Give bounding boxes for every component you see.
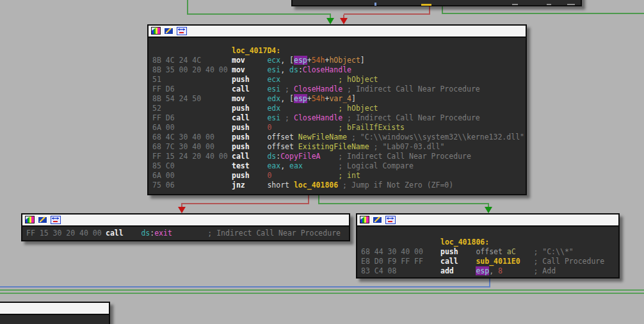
- basic-block-exit[interactable]: FF 15 30 20 40 00call ds:exit ; Indirect…: [21, 213, 350, 241]
- edge-in-red-segment: [344, 13, 430, 15]
- instruction-row[interactable]: E8 D0 F9 FF FFcall sub_4011E0 ; Call Pro…: [357, 257, 618, 266]
- node-titlebar: [149, 26, 526, 38]
- basic-block-bottom-partial[interactable]: [0, 302, 110, 324]
- node-titlebar: [22, 215, 349, 227]
- asm-text: jnz short loc_401806 ; Jump if Not Zero …: [232, 181, 453, 190]
- opcode-bytes: 8B 4C 24 4C: [149, 56, 232, 65]
- instruction-row[interactable]: FF D6call esi ; CloseHandle ; Indirect C…: [149, 85, 526, 94]
- opcode-bytes: 6A 00: [149, 171, 232, 181]
- instruction-row[interactable]: 6A 00push 0 ; int: [149, 171, 526, 181]
- graph-node-icon[interactable]: [177, 27, 187, 35]
- asm-text: call esi ; CloseHandle ; Indirect Call N…: [232, 85, 480, 94]
- opcode-bytes: FF D6: [149, 113, 232, 123]
- asm-text: mov edx, [esp+54h+var_4]: [232, 94, 356, 104]
- opcode-bytes: FF D6: [149, 85, 232, 94]
- instruction-row[interactable]: FF D6call esi ; CloseHandle ; Indirect C…: [149, 113, 526, 123]
- clipped-text-fragments: [1, 1, 644, 8]
- instruction-row[interactable]: 6A 00push 0 ; bFailIfExists: [149, 123, 526, 133]
- instruction-row[interactable]: FF 15 30 20 40 00call ds:exit ; Indirect…: [22, 229, 349, 238]
- opcode-bytes: 8B 35 00 20 40 00: [149, 65, 232, 75]
- graph-view-canvas[interactable]: loc_4017D4:8B 4C 24 4Cmov ecx, [esp+54h+…: [0, 0, 644, 324]
- graph-node-icon[interactable]: [51, 216, 61, 224]
- opcode-bytes: 68 4C 30 40 00: [149, 133, 232, 142]
- basic-block-loc_4017D4[interactable]: loc_4017D4:8B 4C 24 4Cmov ecx, [esp+54h+…: [147, 24, 527, 195]
- opcode-bytes: [357, 238, 440, 247]
- edge-false-to-exit-red-segment: [308, 195, 309, 204]
- asm-text: add esp, 8 ; Add: [440, 266, 556, 276]
- edge-in-left-green-arrowhead-icon: [326, 18, 334, 24]
- opcode-bytes: 6A 00: [149, 123, 232, 133]
- asm-text: loc_4017D4:: [232, 46, 280, 56]
- opcode-bytes: 51: [149, 75, 232, 85]
- instruction-row[interactable]: 85 C0test eax, eax ; Logical Compare: [149, 161, 526, 171]
- instruction-row[interactable]: 83 C4 08add esp, 8 ; Add: [357, 266, 618, 276]
- instruction-row[interactable]: 8B 4C 24 4Cmov ecx, [esp+54h+hObject]: [149, 56, 526, 65]
- clipped-text-fragment: [374, 3, 376, 6]
- asm-text: push offset aC ; "C:\\*": [440, 247, 574, 257]
- edge-true-to-right-green-arrowhead-icon: [485, 207, 492, 213]
- instruction-row[interactable]: 52push edx ; hObject: [149, 104, 526, 113]
- node-color-icon[interactable]: [25, 216, 35, 224]
- instruction-row[interactable]: 8B 35 00 20 40 00mov esi, ds:CloseHandle: [149, 65, 526, 75]
- asm-text: mov ecx, [esp+54h+hObject]: [232, 56, 365, 65]
- instruction-row[interactable]: 8B 54 24 50mov edx, [esp+54h+var_4]: [149, 94, 526, 104]
- clipped-text-fragment: [512, 4, 518, 5]
- opcode-bytes: 68 7C 30 40 00: [149, 142, 232, 152]
- opcode-bytes: 8B 54 24 50: [149, 94, 232, 104]
- basic-block-top-partial[interactable]: [291, 0, 582, 6]
- node-color-icon[interactable]: [360, 216, 370, 224]
- clipped-text-fragment: [547, 4, 551, 5]
- asm-text: mov esi, ds:CloseHandle: [232, 65, 351, 75]
- node-color-icon[interactable]: [151, 27, 161, 35]
- asm-text: call ds:CopyFileA ; Indirect Call Near P…: [232, 152, 471, 161]
- instruction-row[interactable]: 51push ecx ; hObject: [149, 75, 526, 85]
- edge-true-to-right-green-segment: [318, 195, 319, 204]
- asm-text: call ds:exit ; Indirect Call Near Proced…: [106, 229, 341, 238]
- opcode-bytes: 85 C0: [149, 161, 232, 171]
- asm-text: call esi ; CloseHandle ; Indirect Call N…: [232, 113, 480, 123]
- opcode-bytes: FF 15 24 20 40 00: [149, 152, 232, 161]
- opcode-bytes: E8 D0 F9 FF FF: [357, 257, 440, 266]
- asm-text: push edx ; hObject: [232, 104, 378, 113]
- opcode-bytes: 68 44 30 40 00: [357, 247, 440, 257]
- asm-text: loc_401806:: [440, 238, 489, 247]
- edit-node-icon[interactable]: [38, 216, 48, 224]
- asm-text: call sub_4011E0 ; Call Procedure: [440, 257, 604, 266]
- opcode-bytes: 83 C4 08: [357, 266, 440, 276]
- node-titlebar: [0, 303, 109, 315]
- edge-pass-green-1-segment: [0, 289, 644, 291]
- label-row[interactable]: loc_4017D4:: [149, 46, 526, 56]
- opcode-bytes: FF 15 30 20 40 00: [22, 229, 106, 238]
- edge-out-blue-segment: [0, 286, 490, 288]
- instruction-row[interactable]: 75 06jnz short loc_401806 ; Jump if Not …: [149, 181, 526, 190]
- opcode-bytes: 75 06: [149, 181, 232, 190]
- asm-text: push 0 ; bFailIfExists: [232, 123, 405, 133]
- clipped-text-fragment: [567, 4, 575, 5]
- asm-text: push ecx ; hObject: [232, 75, 378, 85]
- edit-node-icon[interactable]: [373, 216, 383, 224]
- edge-false-to-exit-red-arrowhead-icon: [178, 207, 186, 213]
- opcode-bytes: 52: [149, 104, 232, 113]
- instruction-row[interactable]: 68 4C 30 40 00push offset NewFileName ; …: [149, 133, 526, 142]
- instruction-row[interactable]: 68 44 30 40 00push offset aC ; "C:\\*": [357, 247, 618, 257]
- instruction-row[interactable]: 68 7C 30 40 00push offset ExistingFileNa…: [149, 142, 526, 152]
- asm-text: push 0 ; int: [232, 171, 360, 181]
- label-row[interactable]: loc_401806:: [357, 238, 618, 247]
- asm-text: push offset ExistingFileName ; "Lab07-03…: [232, 142, 444, 152]
- edge-top-right-green-segment: [442, 13, 644, 14]
- edge-true-to-right-green-segment: [318, 203, 489, 204]
- edit-node-icon[interactable]: [164, 27, 174, 35]
- edge-in-red-arrowhead-icon: [340, 18, 348, 24]
- asm-text: test eax, eax ; Logical Compare: [232, 161, 414, 171]
- edge-in-left-green-segment: [187, 13, 331, 15]
- node-titlebar: [357, 215, 618, 227]
- basic-block-loc_401806[interactable]: loc_401806:68 44 30 40 00push offset aC …: [356, 213, 620, 279]
- opcode-bytes: [149, 46, 232, 56]
- clipped-text-fragment: [421, 4, 431, 6]
- edge-false-to-exit-red-segment: [181, 203, 309, 204]
- instruction-row[interactable]: FF 15 24 20 40 00call ds:CopyFileA ; Ind…: [149, 152, 526, 161]
- edge-pass-green-2-segment: [0, 293, 644, 294]
- graph-node-icon[interactable]: [385, 216, 396, 224]
- asm-text: push offset NewFileName ; "C:\\windows\\…: [232, 133, 524, 142]
